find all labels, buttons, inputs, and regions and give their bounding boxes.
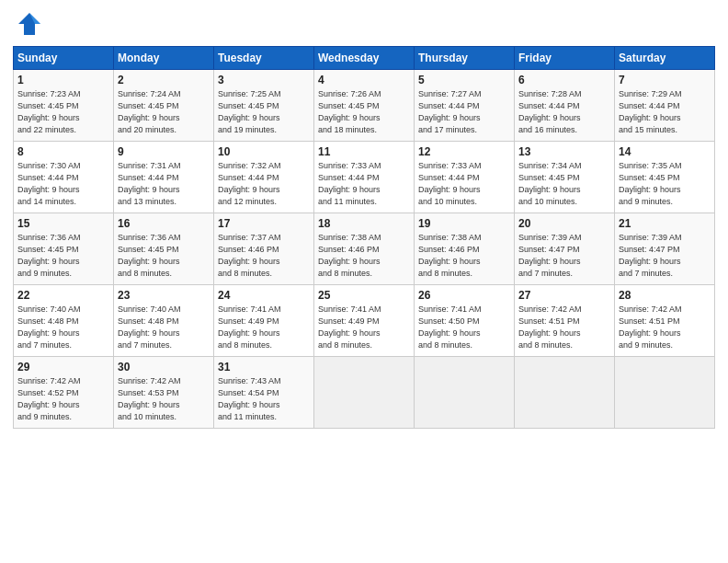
calendar-cell: 16Sunrise: 7:36 AM Sunset: 4:45 PM Dayli… — [114, 213, 214, 285]
day-number: 2 — [118, 74, 210, 86]
day-number: 29 — [17, 361, 109, 373]
day-info: Sunrise: 7:38 AM Sunset: 4:46 PM Dayligh… — [318, 232, 410, 280]
day-info: Sunrise: 7:32 AM Sunset: 4:44 PM Dayligh… — [218, 160, 310, 208]
calendar-cell: 18Sunrise: 7:38 AM Sunset: 4:46 PM Dayli… — [314, 213, 415, 285]
day-number: 31 — [218, 361, 310, 373]
day-number: 28 — [619, 289, 711, 302]
calendar-cell: 9Sunrise: 7:31 AM Sunset: 4:44 PM Daylig… — [114, 142, 214, 213]
calendar-cell: 27Sunrise: 7:42 AM Sunset: 4:51 PM Dayli… — [515, 285, 615, 357]
logo — [13, 11, 42, 37]
day-number: 18 — [318, 217, 410, 230]
day-info: Sunrise: 7:34 AM Sunset: 4:45 PM Dayligh… — [518, 160, 610, 208]
day-info: Sunrise: 7:41 AM Sunset: 4:49 PM Dayligh… — [218, 304, 310, 351]
calendar-cell — [615, 357, 715, 429]
day-number: 8 — [17, 145, 109, 158]
day-info: Sunrise: 7:39 AM Sunset: 4:47 PM Dayligh… — [619, 232, 711, 280]
day-of-week-header: Friday — [515, 47, 615, 70]
calendar-week-row: 22Sunrise: 7:40 AM Sunset: 4:48 PM Dayli… — [14, 285, 715, 357]
day-number: 24 — [218, 289, 310, 302]
calendar-cell: 11Sunrise: 7:33 AM Sunset: 4:44 PM Dayli… — [314, 142, 415, 213]
calendar-cell: 22Sunrise: 7:40 AM Sunset: 4:48 PM Dayli… — [14, 285, 114, 357]
day-info: Sunrise: 7:42 AM Sunset: 4:53 PM Dayligh… — [118, 375, 210, 423]
calendar-cell: 5Sunrise: 7:27 AM Sunset: 4:44 PM Daylig… — [415, 70, 515, 142]
calendar-cell: 15Sunrise: 7:36 AM Sunset: 4:45 PM Dayli… — [14, 213, 114, 285]
day-number: 21 — [619, 217, 711, 230]
day-number: 13 — [518, 145, 610, 158]
day-info: Sunrise: 7:40 AM Sunset: 4:48 PM Dayligh… — [17, 304, 109, 351]
calendar-cell: 28Sunrise: 7:42 AM Sunset: 4:51 PM Dayli… — [615, 285, 715, 357]
day-number: 6 — [518, 74, 610, 86]
day-number: 23 — [118, 289, 210, 302]
calendar-cell — [415, 357, 515, 429]
calendar-cell: 30Sunrise: 7:42 AM Sunset: 4:53 PM Dayli… — [114, 357, 214, 429]
day-number: 22 — [17, 289, 109, 302]
day-info: Sunrise: 7:35 AM Sunset: 4:45 PM Dayligh… — [619, 160, 711, 208]
day-info: Sunrise: 7:30 AM Sunset: 4:44 PM Dayligh… — [17, 160, 109, 208]
day-number: 5 — [418, 74, 510, 86]
calendar-cell: 21Sunrise: 7:39 AM Sunset: 4:47 PM Dayli… — [615, 213, 715, 285]
calendar-week-row: 1Sunrise: 7:23 AM Sunset: 4:45 PM Daylig… — [14, 70, 715, 142]
calendar-cell: 23Sunrise: 7:40 AM Sunset: 4:48 PM Dayli… — [114, 285, 214, 357]
day-number: 3 — [218, 74, 310, 86]
day-number: 27 — [518, 289, 610, 302]
day-info: Sunrise: 7:40 AM Sunset: 4:48 PM Dayligh… — [118, 304, 210, 351]
day-number: 26 — [418, 289, 510, 302]
calendar-cell: 2Sunrise: 7:24 AM Sunset: 4:45 PM Daylig… — [114, 70, 214, 142]
day-info: Sunrise: 7:42 AM Sunset: 4:51 PM Dayligh… — [518, 304, 610, 351]
page-container: SundayMondayTuesdayWednesdayThursdayFrid… — [0, 0, 728, 436]
calendar-cell: 4Sunrise: 7:26 AM Sunset: 4:45 PM Daylig… — [314, 70, 415, 142]
calendar-cell: 31Sunrise: 7:43 AM Sunset: 4:54 PM Dayli… — [214, 357, 314, 429]
calendar-cell: 10Sunrise: 7:32 AM Sunset: 4:44 PM Dayli… — [214, 142, 314, 213]
calendar-cell — [515, 357, 615, 429]
calendar-cell: 7Sunrise: 7:29 AM Sunset: 4:44 PM Daylig… — [615, 70, 715, 142]
calendar-cell: 20Sunrise: 7:39 AM Sunset: 4:47 PM Dayli… — [515, 213, 615, 285]
day-number: 19 — [418, 217, 510, 230]
day-info: Sunrise: 7:29 AM Sunset: 4:44 PM Dayligh… — [619, 88, 711, 136]
day-number: 11 — [318, 145, 410, 158]
calendar-cell: 13Sunrise: 7:34 AM Sunset: 4:45 PM Dayli… — [515, 142, 615, 213]
day-number: 1 — [17, 74, 109, 86]
day-info: Sunrise: 7:33 AM Sunset: 4:44 PM Dayligh… — [318, 160, 410, 208]
calendar-cell: 29Sunrise: 7:42 AM Sunset: 4:52 PM Dayli… — [14, 357, 114, 429]
day-info: Sunrise: 7:41 AM Sunset: 4:50 PM Dayligh… — [418, 304, 510, 351]
day-of-week-header: Saturday — [615, 47, 715, 70]
calendar-cell: 3Sunrise: 7:25 AM Sunset: 4:45 PM Daylig… — [214, 70, 314, 142]
day-number: 25 — [318, 289, 410, 302]
day-number: 9 — [118, 145, 210, 158]
day-number: 30 — [118, 361, 210, 373]
calendar-cell: 14Sunrise: 7:35 AM Sunset: 4:45 PM Dayli… — [615, 142, 715, 213]
calendar-cell: 24Sunrise: 7:41 AM Sunset: 4:49 PM Dayli… — [214, 285, 314, 357]
day-info: Sunrise: 7:23 AM Sunset: 4:45 PM Dayligh… — [17, 88, 109, 136]
calendar-cell: 25Sunrise: 7:41 AM Sunset: 4:49 PM Dayli… — [314, 285, 415, 357]
day-number: 15 — [17, 217, 109, 230]
calendar-week-row: 29Sunrise: 7:42 AM Sunset: 4:52 PM Dayli… — [14, 357, 715, 429]
day-info: Sunrise: 7:41 AM Sunset: 4:49 PM Dayligh… — [318, 304, 410, 351]
day-of-week-header: Sunday — [14, 47, 114, 70]
day-of-week-header: Tuesday — [214, 47, 314, 70]
day-number: 10 — [218, 145, 310, 158]
day-number: 12 — [418, 145, 510, 158]
day-number: 17 — [218, 217, 310, 230]
calendar-cell: 6Sunrise: 7:28 AM Sunset: 4:44 PM Daylig… — [515, 70, 615, 142]
calendar-cell: 1Sunrise: 7:23 AM Sunset: 4:45 PM Daylig… — [14, 70, 114, 142]
day-info: Sunrise: 7:31 AM Sunset: 4:44 PM Dayligh… — [118, 160, 210, 208]
day-info: Sunrise: 7:36 AM Sunset: 4:45 PM Dayligh… — [17, 232, 109, 280]
calendar-cell: 17Sunrise: 7:37 AM Sunset: 4:46 PM Dayli… — [214, 213, 314, 285]
day-info: Sunrise: 7:26 AM Sunset: 4:45 PM Dayligh… — [318, 88, 410, 136]
day-number: 16 — [118, 217, 210, 230]
calendar-cell: 8Sunrise: 7:30 AM Sunset: 4:44 PM Daylig… — [14, 142, 114, 213]
day-of-week-header: Monday — [114, 47, 214, 70]
day-info: Sunrise: 7:38 AM Sunset: 4:46 PM Dayligh… — [418, 232, 510, 280]
day-info: Sunrise: 7:42 AM Sunset: 4:52 PM Dayligh… — [17, 375, 109, 423]
calendar-table: SundayMondayTuesdayWednesdayThursdayFrid… — [13, 46, 715, 429]
day-number: 20 — [518, 217, 610, 230]
day-info: Sunrise: 7:43 AM Sunset: 4:54 PM Dayligh… — [218, 375, 310, 423]
calendar-cell: 12Sunrise: 7:33 AM Sunset: 4:44 PM Dayli… — [415, 142, 515, 213]
day-info: Sunrise: 7:27 AM Sunset: 4:44 PM Dayligh… — [418, 88, 510, 136]
day-info: Sunrise: 7:28 AM Sunset: 4:44 PM Dayligh… — [518, 88, 610, 136]
calendar-cell: 26Sunrise: 7:41 AM Sunset: 4:50 PM Dayli… — [415, 285, 515, 357]
day-info: Sunrise: 7:25 AM Sunset: 4:45 PM Dayligh… — [218, 88, 310, 136]
day-info: Sunrise: 7:36 AM Sunset: 4:45 PM Dayligh… — [118, 232, 210, 280]
day-number: 7 — [619, 74, 711, 86]
day-of-week-header: Wednesday — [314, 47, 415, 70]
